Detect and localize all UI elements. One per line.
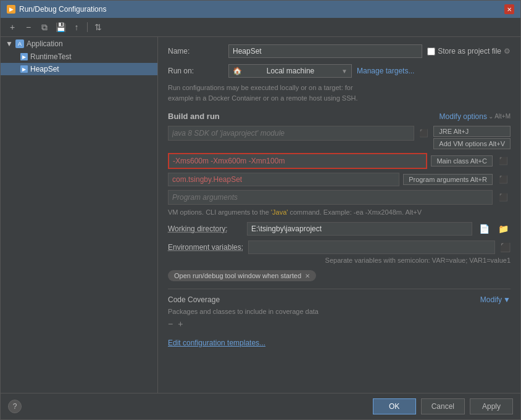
modify-shortcut: ⌄ Alt+M <box>488 113 511 120</box>
main-content: ▼ A Application ▶ RuntimeTest ▶ HeapSet … <box>1 37 520 393</box>
group-arrow: ▼ <box>6 39 13 48</box>
main-class-row: Program arguments Alt+R ⬛ <box>168 173 511 186</box>
working-dir-row: Working directory: 📄 📁 <box>168 222 511 236</box>
main-class-expand-icon[interactable]: ⬛ <box>496 174 511 185</box>
name-label: Name: <box>168 47 223 56</box>
remove-config-button[interactable]: − <box>22 20 35 34</box>
chip-close-button[interactable]: ✕ <box>305 273 310 279</box>
coverage-modify-arrow: ▼ <box>503 295 511 304</box>
store-checkbox[interactable] <box>427 47 435 56</box>
working-dir-input[interactable] <box>247 222 472 236</box>
name-row: Name: Store as project file ⚙ <box>168 44 511 58</box>
modify-options-label: Modify options <box>440 112 487 121</box>
jre-label: JRE Alt+J <box>439 128 469 135</box>
runtimetest-icon: ▶ <box>20 53 28 60</box>
dropdown-arrow-icon: ▼ <box>341 68 348 75</box>
config-sidebar: ▼ A Application ▶ RuntimeTest ▶ HeapSet <box>1 37 158 393</box>
footer-right: OK Cancel Apply <box>373 398 513 414</box>
jre-btn-container: JRE Alt+J Add VM options Alt+V <box>433 126 511 149</box>
coverage-remove-button[interactable]: − <box>168 319 173 329</box>
sidebar-group-application[interactable]: ▼ A Application <box>1 37 157 51</box>
build-and-run-title: Build and run <box>168 112 220 121</box>
tool-window-chip: Open run/debug tool window when started … <box>168 270 316 281</box>
title-bar: ▶ Run/Debug Configurations ✕ <box>1 1 520 18</box>
run-on-row: Run on: 🏠 Local machine ▼ Manage targets… <box>168 64 511 78</box>
coverage-add-button[interactable]: + <box>178 319 183 329</box>
vm-desc-java: 'Java' <box>271 208 288 216</box>
copy-config-button[interactable]: ⧉ <box>38 20 51 34</box>
prog-args-expand-icon[interactable]: ⬛ <box>496 192 511 203</box>
footer-bar: ? OK Cancel Apply <box>1 393 520 419</box>
prog-args-label: Program arguments Alt+R <box>409 176 487 183</box>
add-vm-label: Add VM options Alt+V <box>439 140 505 147</box>
manage-targets-link[interactable]: Manage targets... <box>357 67 414 75</box>
run-on-select[interactable]: 🏠 Local machine ▼ <box>228 64 352 78</box>
vm-description: VM options. CLI arguments to the 'Java' … <box>168 208 511 216</box>
jre-button[interactable]: JRE Alt+J <box>433 126 511 137</box>
house-icon: 🏠 <box>233 67 242 75</box>
sidebar-item-heapset-label: HeapSet <box>30 65 59 73</box>
build-and-run-header: Build and run Modify options ⌄ Alt+M <box>168 112 511 121</box>
coverage-title: Code Coverage <box>168 295 220 304</box>
sidebar-item-runtimetest[interactable]: ▶ RuntimeTest <box>1 51 157 63</box>
main-class-label: Main class Alt+C <box>436 157 487 165</box>
edit-templates-link[interactable]: Edit configuration templates... <box>168 334 265 347</box>
coverage-header: Code Coverage Modify ▼ <box>168 295 511 304</box>
store-checkbox-container: Store as project file ⚙ <box>427 47 511 56</box>
cancel-button[interactable]: Cancel <box>421 398 465 414</box>
dialog-icon: ▶ <box>7 5 15 14</box>
heapset-icon: ▶ <box>20 65 28 73</box>
close-button[interactable]: ✕ <box>504 4 514 14</box>
coverage-desc: Packages and classes to include in cover… <box>168 308 511 315</box>
env-var-label: Environment variables: <box>168 243 243 252</box>
add-config-button[interactable]: + <box>6 20 19 34</box>
prog-args-input[interactable] <box>168 190 493 205</box>
config-panel: Name: Store as project file ⚙ Run on: 🏠 … <box>158 37 520 393</box>
main-class-btn[interactable]: Main class Alt+C <box>431 155 493 167</box>
vm-expand-icon[interactable]: ⬛ <box>496 155 511 167</box>
coverage-modify-btn[interactable]: Modify ▼ <box>480 295 511 304</box>
working-dir-folder-icon[interactable]: 📁 <box>496 223 511 235</box>
env-var-expand-icon[interactable]: ⬛ <box>500 242 511 252</box>
env-var-row: Environment variables: ⬛ <box>168 241 511 254</box>
prog-args-button[interactable]: Program arguments Alt+R <box>403 174 493 185</box>
modify-options-btn[interactable]: Modify options ⌄ Alt+M <box>440 112 511 121</box>
sort-config-button[interactable]: ⇅ <box>91 20 105 34</box>
sdk-section: ⬛ <box>168 126 431 143</box>
title-bar-left: ▶ Run/Debug Configurations <box>7 5 106 14</box>
run-on-label: Run on: <box>168 67 223 75</box>
prog-args-row: ⬛ <box>168 190 511 205</box>
sdk-expand-icon[interactable]: ⬛ <box>417 128 431 139</box>
add-vm-button[interactable]: Add VM options Alt+V <box>433 138 511 149</box>
vm-desc-prefix: VM options. CLI arguments to the <box>168 208 269 216</box>
ok-button[interactable]: OK <box>373 398 416 414</box>
sidebar-item-heapset[interactable]: ▶ HeapSet <box>1 63 157 75</box>
move-config-button[interactable]: ↑ <box>70 20 83 34</box>
dialog-title: Run/Debug Configurations <box>19 5 106 14</box>
vm-options-row: Main class Alt+C ⬛ <box>168 153 511 169</box>
sidebar-item-runtimetest-label: RuntimeTest <box>30 52 72 61</box>
name-input[interactable] <box>228 44 422 58</box>
working-dir-file-icon[interactable]: 📄 <box>477 223 491 235</box>
chip-label: Open run/debug tool window when started <box>174 272 301 279</box>
toolbar-separator <box>87 22 88 32</box>
coverage-modify-label: Modify <box>480 295 502 304</box>
run-on-info: Run configurations may be executed local… <box>168 83 511 103</box>
working-dir-label: Working directory: <box>168 224 242 233</box>
env-var-input[interactable] <box>248 241 495 254</box>
env-hint: Separate variables with semicolon: VAR=v… <box>168 257 511 264</box>
store-gear-icon: ⚙ <box>504 47 511 56</box>
coverage-controls: − + <box>168 319 511 329</box>
vm-options-input[interactable] <box>168 153 427 169</box>
code-coverage-section: Code Coverage Modify ▼ Packages and clas… <box>168 289 511 329</box>
save-config-button[interactable]: 💾 <box>54 20 67 34</box>
application-group-icon: A <box>15 39 24 48</box>
group-label: Application <box>27 39 63 48</box>
run-on-value: Local machine <box>267 67 314 75</box>
help-button[interactable]: ? <box>8 400 22 413</box>
run-debug-dialog: ▶ Run/Debug Configurations ✕ + − ⧉ 💾 ↑ ⇅… <box>0 0 521 420</box>
apply-button[interactable]: Apply <box>470 398 513 414</box>
sdk-input[interactable] <box>168 126 414 141</box>
main-class-input[interactable] <box>168 173 399 186</box>
chip-row: Open run/debug tool window when started … <box>168 270 511 281</box>
